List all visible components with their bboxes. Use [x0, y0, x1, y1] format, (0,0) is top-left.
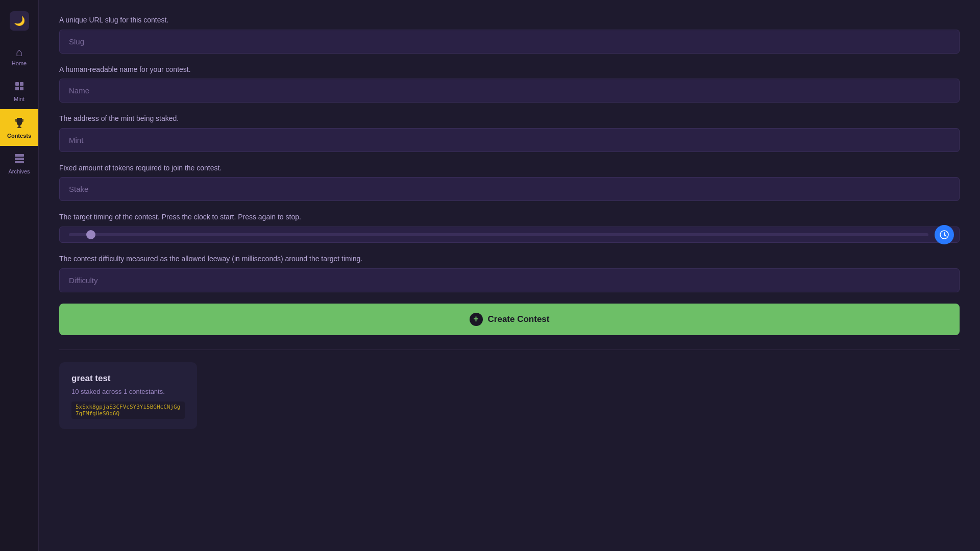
mint-section: The address of the mint being staked.: [59, 114, 960, 152]
create-contest-label: Create Contest: [488, 314, 550, 324]
svg-rect-4: [18, 126, 20, 127]
create-contest-button[interactable]: + Create Contest: [59, 304, 960, 335]
sidebar-item-home[interactable]: ⌂ Home: [0, 40, 38, 73]
mint-icon: [14, 81, 25, 94]
create-contest-icon: +: [470, 313, 483, 326]
home-icon: ⌂: [16, 47, 22, 58]
logo-icon: 🌙: [10, 11, 29, 31]
svg-rect-2: [15, 87, 19, 90]
svg-rect-1: [20, 82, 23, 86]
difficulty-section: The contest difficulty measured as the a…: [59, 254, 960, 292]
sidebar-item-archives-label: Archives: [8, 168, 30, 174]
sidebar-item-mint-label: Mint: [14, 96, 24, 102]
sidebar: 🌙 ⌂ Home Mint Contests: [0, 0, 39, 551]
sidebar-item-contests[interactable]: Contests: [0, 109, 38, 146]
svg-rect-7: [15, 158, 24, 160]
timing-section: The target timing of the contest. Press …: [59, 212, 960, 243]
stake-label: Fixed amount of tokens required to join …: [59, 163, 960, 173]
slug-section: A unique URL slug for this contest.: [59, 15, 960, 54]
archives-icon: [14, 153, 25, 166]
contest-card[interactable]: great test 10 staked across 1 contestant…: [59, 362, 197, 429]
svg-rect-3: [20, 87, 23, 90]
svg-rect-5: [17, 127, 21, 128]
name-section: A human-readable name for your contest.: [59, 65, 960, 103]
stake-section: Fixed amount of tokens required to join …: [59, 163, 960, 202]
contests-list: great test 10 staked across 1 contestant…: [59, 362, 960, 429]
slug-input[interactable]: [59, 30, 960, 54]
svg-rect-6: [15, 154, 24, 157]
sidebar-item-archives[interactable]: Archives: [0, 146, 38, 182]
name-input[interactable]: [59, 79, 960, 103]
slug-label: A unique URL slug for this contest.: [59, 15, 960, 26]
app-logo: 🌙: [0, 5, 38, 40]
timing-slider-thumb[interactable]: [86, 230, 95, 239]
svg-rect-8: [15, 161, 24, 163]
mint-input[interactable]: [59, 128, 960, 152]
contest-meta: 10 staked across 1 contestants.: [71, 388, 185, 395]
sidebar-item-contests-label: Contests: [7, 133, 31, 139]
contest-title: great test: [71, 373, 185, 384]
contests-icon: [13, 116, 26, 131]
mint-label: The address of the mint being staked.: [59, 114, 960, 124]
clock-button[interactable]: [935, 225, 954, 244]
sidebar-item-home-label: Home: [12, 60, 27, 66]
difficulty-label: The contest difficulty measured as the a…: [59, 254, 960, 264]
timing-slider-track[interactable]: [69, 233, 928, 236]
sidebar-item-mint[interactable]: Mint: [0, 73, 38, 109]
stake-input[interactable]: [59, 177, 960, 201]
contest-address: 5xSxk8gpjaS3CFVcSY3Yi5BGHcCNjGg7qFMfgHeS…: [71, 402, 185, 419]
timing-label: The target timing of the contest. Press …: [59, 212, 960, 222]
name-label: A human-readable name for your contest.: [59, 65, 960, 75]
timing-slider-container: [59, 227, 960, 243]
section-divider: [59, 349, 960, 350]
main-content: A unique URL slug for this contest. A hu…: [39, 0, 980, 551]
svg-rect-0: [15, 82, 19, 86]
difficulty-input[interactable]: [59, 268, 960, 292]
